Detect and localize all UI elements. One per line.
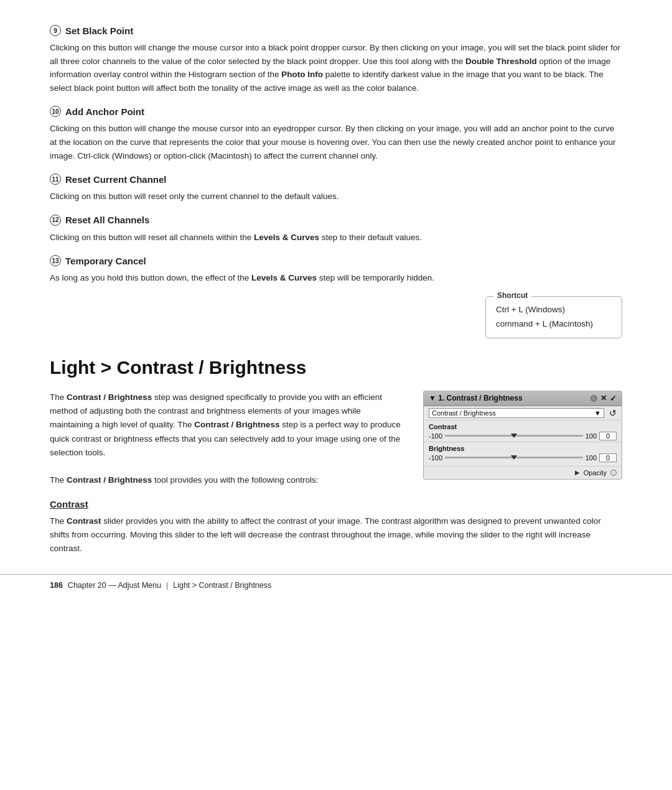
- shortcut-line2: command + L (Macintosh): [496, 317, 609, 332]
- section-set-black-point: 9 Set Black Point Clicking on this butto…: [50, 25, 622, 95]
- heading-set-black-point-text: Set Black Point: [65, 26, 133, 36]
- contrast-body: The Contrast slider provides you with th…: [50, 514, 622, 556]
- heading-add-anchor-point-text: Add Anchor Point: [65, 106, 144, 117]
- number-13: 13: [50, 255, 61, 266]
- shortcut-line1: Ctrl + L (Windows): [496, 303, 609, 317]
- shortcut-label: Shortcut: [493, 291, 531, 300]
- contrast-brightness-panel: ▼ 1. Contrast / Brightness ✕ ✓ Contrast …: [423, 391, 622, 480]
- brightness-slider-thumb: [511, 455, 517, 460]
- section-reset-all-channels: 12 Reset All Channels Clicking on this b…: [50, 215, 622, 244]
- footer-chapter: Chapter 20 — Adjust Menu: [68, 581, 161, 590]
- brightness-value[interactable]: 0: [599, 453, 617, 462]
- heading-temporary-cancel: 13 Temporary Cancel: [50, 255, 622, 266]
- panel-check-icon[interactable]: ✓: [610, 394, 617, 403]
- brightness-slider-track[interactable]: [445, 457, 583, 458]
- panel-dot-icon[interactable]: [590, 395, 597, 402]
- section-reset-current-channel: 11 Reset Current Channel Clicking on thi…: [50, 174, 622, 203]
- panel-titlebar: ▼ 1. Contrast / Brightness ✕ ✓: [424, 391, 622, 406]
- contrast-max: 100: [586, 432, 597, 440]
- brightness-max: 100: [586, 454, 597, 462]
- contrast-slider-section: Contrast -100 100 0: [424, 421, 622, 442]
- shortcut-box: Shortcut Ctrl + L (Windows) command + L …: [50, 296, 622, 338]
- panel-dropdown-row: Contrast / Brightness ▼ ↺: [424, 406, 622, 421]
- body2-paragraph: The Contrast / Brightness tool provides …: [50, 473, 404, 487]
- footer-bar: 186 Chapter 20 — Adjust Menu | Light > C…: [0, 574, 672, 596]
- opacity-radio-icon[interactable]: [610, 470, 617, 476]
- number-11: 11: [50, 174, 61, 185]
- footer-page-number: 186: [50, 581, 63, 590]
- number-10: 10: [50, 106, 61, 117]
- panel-footer: ▶ Opacity: [424, 467, 622, 479]
- heading-reset-current-channel: 11 Reset Current Channel: [50, 174, 622, 185]
- brightness-slider-row: -100 100 0: [429, 453, 617, 462]
- opacity-arrow-icon[interactable]: ▶: [575, 469, 580, 476]
- section-big-heading: Light > Contrast / Brightness: [50, 357, 622, 378]
- col-left: The Contrast / Brightness step was desig…: [50, 391, 404, 488]
- shortcut-panel: Shortcut Ctrl + L (Windows) command + L …: [485, 296, 622, 338]
- panel-dropdown-label: Contrast / Brightness: [432, 409, 496, 417]
- section-add-anchor-point: 10 Add Anchor Point Clicking on this but…: [50, 106, 622, 162]
- panel-dropdown-arrow: ▼: [594, 409, 601, 417]
- panel-x-icon[interactable]: ✕: [600, 394, 607, 402]
- contrast-min: -100: [429, 432, 442, 440]
- heading-set-black-point: 9 Set Black Point: [50, 25, 622, 36]
- brightness-min: -100: [429, 454, 442, 462]
- body-temporary-cancel: As long as you hold this button down, th…: [50, 271, 622, 285]
- panel-title-icons: ✕ ✓: [590, 394, 617, 403]
- contrast-slider-thumb: [511, 434, 517, 438]
- intro-paragraph: The Contrast / Brightness step was desig…: [50, 391, 404, 460]
- number-9: 9: [50, 25, 61, 36]
- panel-refresh-icon[interactable]: ↺: [609, 408, 617, 418]
- body-set-black-point: Clicking on this button will change the …: [50, 41, 622, 95]
- two-col-layout: The Contrast / Brightness step was desig…: [50, 391, 622, 488]
- contrast-value[interactable]: 0: [599, 432, 617, 440]
- brightness-slider-label: Brightness: [429, 445, 617, 452]
- heading-reset-all-channels: 12 Reset All Channels: [50, 215, 622, 226]
- contrast-slider-row: -100 100 0: [429, 432, 617, 440]
- heading-reset-all-channels-text: Reset All Channels: [65, 215, 149, 225]
- footer-separator: |: [166, 581, 168, 590]
- heading-reset-current-channel-text: Reset Current Channel: [65, 174, 167, 185]
- body-add-anchor-point: Clicking on this button will change the …: [50, 122, 622, 162]
- panel-dropdown[interactable]: Contrast / Brightness ▼: [429, 408, 604, 418]
- footer-location: Light > Contrast / Brightness: [173, 581, 271, 590]
- contrast-slider-label: Contrast: [429, 423, 617, 430]
- number-12: 12: [50, 215, 61, 226]
- body-reset-current-channel: Clicking on this button will reset only …: [50, 190, 622, 203]
- contrast-subheading: Contrast: [50, 499, 622, 509]
- contrast-slider-track[interactable]: [445, 435, 583, 437]
- heading-temporary-cancel-text: Temporary Cancel: [65, 256, 146, 266]
- heading-add-anchor-point: 10 Add Anchor Point: [50, 106, 622, 117]
- brightness-slider-section: Brightness -100 100 0: [424, 442, 622, 467]
- col-right-panel: ▼ 1. Contrast / Brightness ✕ ✓ Contrast …: [423, 391, 622, 488]
- panel-title: ▼ 1. Contrast / Brightness: [429, 394, 523, 402]
- page-content: 9 Set Black Point Clicking on this butto…: [0, 0, 672, 555]
- body-reset-all-channels: Clicking on this button will reset all c…: [50, 231, 622, 244]
- section-contrast: Contrast The Contrast slider provides yo…: [50, 499, 622, 556]
- opacity-label: Opacity: [584, 469, 607, 476]
- section-temporary-cancel: 13 Temporary Cancel As long as you hold …: [50, 255, 622, 285]
